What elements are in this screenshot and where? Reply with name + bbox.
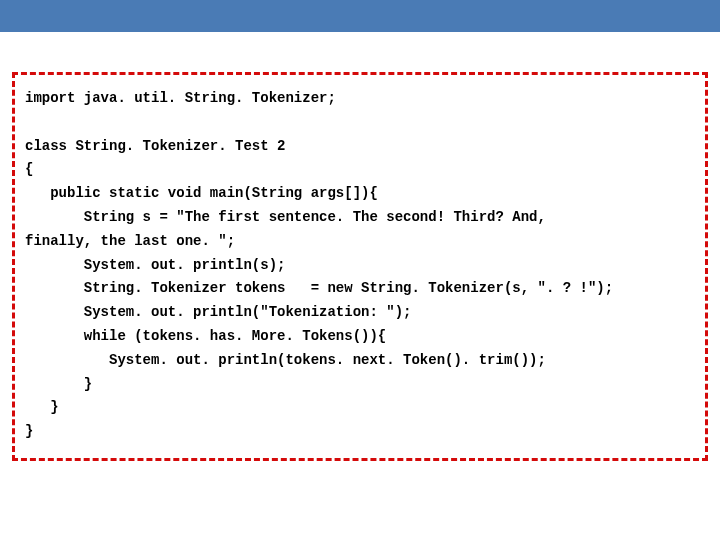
code-block: import java. util. String. Tokenizer; cl… <box>12 72 708 461</box>
code-text: import java. util. String. Tokenizer; cl… <box>25 90 613 439</box>
header-bar <box>0 0 720 32</box>
